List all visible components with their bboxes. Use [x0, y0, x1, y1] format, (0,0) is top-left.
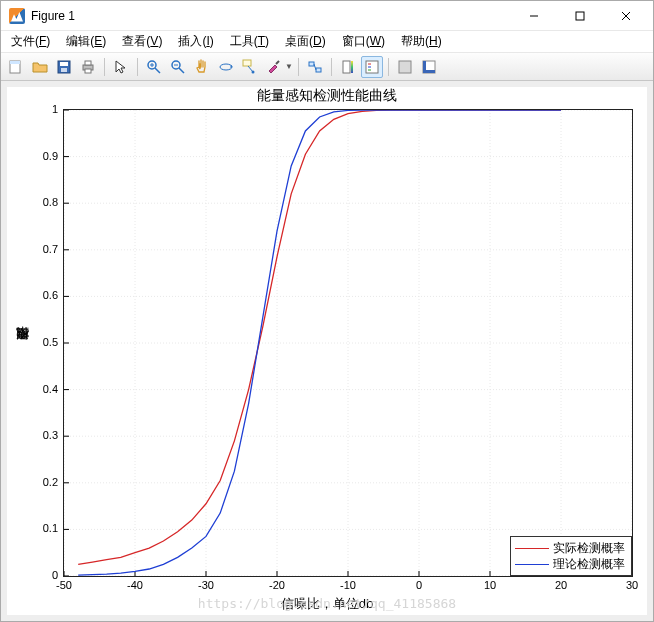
plot-canvas [64, 110, 632, 576]
save-button[interactable] [53, 56, 75, 78]
svg-rect-11 [85, 69, 91, 73]
menu-insert[interactable]: 插入(I) [170, 31, 221, 52]
y-tick-label: 0.7 [28, 243, 58, 255]
legend-item-0[interactable]: 实际检测概率 [515, 540, 625, 556]
zoom-in-button[interactable] [143, 56, 165, 78]
rotate3d-button[interactable] [215, 56, 237, 78]
x-tick-label: -10 [338, 579, 358, 591]
svg-rect-24 [309, 62, 314, 66]
svg-rect-7 [60, 62, 68, 66]
figure-window: Figure 1 文件(F) 编辑(E) 查看(V) 插入(I) 工具(T) 桌… [0, 0, 654, 622]
y-tick-label: 0 [28, 569, 58, 581]
hide-plot-tools-button[interactable] [394, 56, 416, 78]
menubar: 文件(F) 编辑(E) 查看(V) 插入(I) 工具(T) 桌面(D) 窗口(W… [1, 31, 653, 53]
y-tick-label: 0.5 [28, 336, 58, 348]
svg-rect-5 [10, 61, 20, 64]
x-tick-label: 20 [551, 579, 571, 591]
close-button[interactable] [603, 1, 649, 31]
brush-button[interactable] [263, 56, 285, 78]
y-tick-label: 0.3 [28, 429, 58, 441]
svg-rect-10 [85, 61, 91, 65]
plot-panel: 能量感知检测性能曲线 检测概率 信噪比，单位db 实际检测概率 理论检测概率 -… [7, 87, 647, 615]
x-tick-label: -30 [196, 579, 216, 591]
x-tick-label: -20 [267, 579, 287, 591]
svg-rect-1 [576, 12, 584, 20]
print-button[interactable] [77, 56, 99, 78]
pan-button[interactable] [191, 56, 213, 78]
svg-rect-28 [351, 61, 353, 73]
svg-line-26 [314, 64, 316, 70]
menu-file[interactable]: 文件(F) [3, 31, 58, 52]
toolbar: ▼ [1, 53, 653, 81]
x-tick-label: -40 [125, 579, 145, 591]
menu-edit[interactable]: 编辑(E) [58, 31, 114, 52]
legend[interactable]: 实际检测概率 理论检测概率 [510, 536, 632, 576]
show-plot-tools-button[interactable] [418, 56, 440, 78]
svg-rect-25 [316, 68, 321, 72]
x-tick-label: 10 [480, 579, 500, 591]
pointer-button[interactable] [110, 56, 132, 78]
legend-button[interactable] [361, 56, 383, 78]
menu-help[interactable]: 帮助(H) [393, 31, 450, 52]
legend-line-0 [515, 548, 549, 549]
y-tick-label: 1 [28, 103, 58, 115]
legend-label-1: 理论检测概率 [553, 556, 625, 573]
zoom-out-button[interactable] [167, 56, 189, 78]
colorbar-button[interactable] [337, 56, 359, 78]
maximize-button[interactable] [557, 1, 603, 31]
chart-title: 能量感知检测性能曲线 [257, 87, 397, 105]
svg-line-17 [179, 68, 184, 73]
svg-rect-29 [366, 61, 378, 73]
x-axis-label: 信噪比，单位db [281, 595, 373, 613]
menu-tools[interactable]: 工具(T) [222, 31, 277, 52]
legend-label-0: 实际检测概率 [553, 540, 625, 557]
legend-line-1 [515, 564, 549, 565]
new-figure-button[interactable] [5, 56, 27, 78]
y-tick-label: 0.1 [28, 522, 58, 534]
svg-rect-8 [61, 68, 67, 72]
figure-body: 能量感知检测性能曲线 检测概率 信噪比，单位db 实际检测概率 理论检测概率 -… [1, 81, 653, 621]
y-tick-label: 0.2 [28, 476, 58, 488]
svg-point-22 [252, 70, 255, 73]
svg-rect-33 [399, 61, 411, 73]
matlab-figure-icon [9, 8, 25, 24]
menu-desktop[interactable]: 桌面(D) [277, 31, 334, 52]
x-tick-label: 0 [409, 579, 429, 591]
svg-line-13 [155, 68, 160, 73]
y-tick-label: 0.4 [28, 383, 58, 395]
link-button[interactable] [304, 56, 326, 78]
legend-item-1[interactable]: 理论检测概率 [515, 556, 625, 572]
minimize-button[interactable] [511, 1, 557, 31]
svg-rect-27 [343, 61, 350, 73]
titlebar: Figure 1 [1, 1, 653, 31]
y-tick-label: 0.6 [28, 289, 58, 301]
axes[interactable]: 实际检测概率 理论检测概率 -50-40-30-20-10010203000.1… [63, 109, 633, 577]
brush-dropdown-icon[interactable]: ▼ [285, 62, 293, 71]
svg-rect-36 [423, 70, 435, 73]
window-title: Figure 1 [31, 9, 75, 23]
x-tick-label: 30 [622, 579, 642, 591]
svg-rect-20 [243, 60, 251, 66]
open-button[interactable] [29, 56, 51, 78]
y-tick-label: 0.9 [28, 150, 58, 162]
menu-view[interactable]: 查看(V) [114, 31, 170, 52]
svg-line-23 [276, 61, 279, 64]
datacursor-button[interactable] [239, 56, 261, 78]
menu-window[interactable]: 窗口(W) [334, 31, 393, 52]
y-tick-label: 0.8 [28, 196, 58, 208]
